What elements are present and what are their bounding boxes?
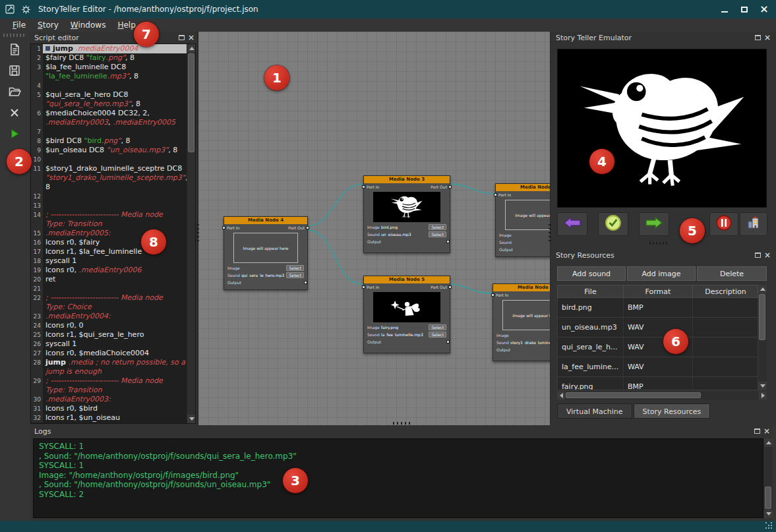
tab-virtual-machine[interactable]: Virtual Machine bbox=[557, 403, 632, 419]
line-number: 32 bbox=[31, 413, 43, 423]
arrow-left-icon bbox=[560, 393, 563, 398]
tab-story-resources[interactable]: Story Resources bbox=[634, 403, 711, 419]
scrollbar-thumb[interactable] bbox=[759, 294, 765, 340]
line-number: 9 bbox=[31, 146, 43, 155]
log-output[interactable]: SYSCALL: 1, Sound: "/home/anthony/ostpro… bbox=[33, 438, 763, 518]
line-number: 18 bbox=[31, 256, 43, 266]
table-row[interactable]: fairy.pngBMP bbox=[558, 377, 758, 390]
media-node[interactable]: Media Node 6Port InPort OutImage will ap… bbox=[492, 283, 551, 361]
resources-hscrollbar[interactable] bbox=[557, 392, 767, 399]
table-row[interactable]: un_oiseau.mp3WAV bbox=[558, 318, 758, 338]
run-story-button[interactable] bbox=[3, 125, 26, 145]
close-panel-icon[interactable]: × bbox=[763, 428, 770, 434]
scroll-down-button[interactable] bbox=[187, 415, 196, 423]
media-node[interactable]: Media Node 5Port InPort Out Imagefairy.p… bbox=[363, 276, 450, 353]
home-button[interactable] bbox=[740, 212, 767, 236]
select-image-button[interactable]: Select bbox=[286, 265, 304, 271]
column-description[interactable]: Description bbox=[693, 285, 759, 297]
output-pin[interactable] bbox=[446, 240, 450, 243]
node-canvas[interactable]: Media Node 4Port InPort OutImage will ap… bbox=[198, 32, 551, 425]
output-pin[interactable] bbox=[446, 340, 450, 343]
input-pin[interactable] bbox=[491, 293, 494, 297]
delete-button[interactable]: Delete bbox=[697, 266, 767, 281]
toolbar-drag-handle[interactable] bbox=[3, 34, 26, 37]
select-sound-button[interactable]: Select bbox=[429, 231, 446, 237]
resources-vscrollbar[interactable] bbox=[758, 285, 767, 390]
scroll-up-button[interactable] bbox=[187, 44, 196, 53]
table-row[interactable]: bird.pngBMP bbox=[558, 298, 758, 318]
maximize-button[interactable] bbox=[736, 3, 752, 16]
close-panel-icon[interactable]: × bbox=[764, 34, 771, 41]
splitter-handle[interactable] bbox=[393, 422, 413, 425]
output-pin[interactable] bbox=[448, 185, 452, 189]
pause-button[interactable] bbox=[709, 212, 738, 236]
code-editor[interactable]: 1jump .mediaEntry00042$fairy DC8 "fairy.… bbox=[30, 44, 196, 424]
close-project-button[interactable] bbox=[3, 104, 26, 124]
input-pin[interactable] bbox=[362, 285, 365, 289]
float-panel-icon[interactable] bbox=[755, 252, 761, 258]
splitter-handle[interactable] bbox=[649, 242, 669, 245]
table-row[interactable]: qui_sera_le_h...WAV bbox=[558, 338, 758, 357]
table-row[interactable]: la_fee_lumine...WAV bbox=[558, 357, 758, 377]
save-button[interactable] bbox=[3, 62, 26, 82]
splitter-handle[interactable] bbox=[196, 222, 199, 241]
add-sound-button[interactable]: Add sound bbox=[557, 266, 626, 281]
close-icon: × bbox=[760, 4, 768, 15]
scroll-down-button[interactable] bbox=[758, 382, 767, 390]
float-panel-icon[interactable] bbox=[755, 35, 761, 40]
sound-value: qui_sera_le_hero.mp3 bbox=[241, 273, 284, 278]
previous-button[interactable] bbox=[557, 212, 587, 236]
app-logo-icon bbox=[4, 3, 16, 15]
float-panel-icon[interactable] bbox=[754, 429, 760, 434]
table-cell: la_fee_lumine... bbox=[558, 357, 624, 376]
script-editor-panel: Script editor × 1jump .mediaEntry00042$f… bbox=[29, 32, 198, 425]
scroll-up-button[interactable] bbox=[758, 285, 767, 293]
media-node[interactable]: Media Node 4Port InPort OutImage will ap… bbox=[224, 216, 308, 290]
input-pin[interactable] bbox=[362, 185, 365, 189]
resize-grip[interactable] bbox=[765, 522, 773, 530]
media-node[interactable]: Media Node 3Port InPort Out Imagebird.pn… bbox=[363, 175, 450, 253]
close-panel-icon[interactable]: × bbox=[764, 252, 771, 258]
select-image-button[interactable]: Select bbox=[429, 224, 446, 230]
select-sound-button[interactable]: Select bbox=[286, 272, 304, 278]
input-pin[interactable] bbox=[494, 193, 497, 196]
ok-button[interactable] bbox=[598, 212, 628, 236]
script-editor-scrollbar[interactable] bbox=[187, 44, 195, 423]
new-script-button[interactable] bbox=[3, 41, 26, 61]
scrollbar-thumb[interactable] bbox=[765, 487, 771, 509]
scroll-down-button[interactable] bbox=[764, 510, 773, 518]
float-panel-icon[interactable] bbox=[179, 35, 185, 40]
close-button[interactable]: × bbox=[756, 3, 772, 16]
code-row: Type: Transition bbox=[31, 220, 187, 229]
menu-windows[interactable]: Windows bbox=[65, 19, 112, 31]
next-button[interactable] bbox=[639, 212, 669, 236]
code-row: 28jump .media ; no return possible, so a bbox=[31, 358, 187, 367]
code-row: 8$bird DC8 "bird.png", 8 bbox=[31, 136, 187, 146]
splitter-handle[interactable] bbox=[549, 222, 551, 241]
select-sound-button[interactable]: Select bbox=[429, 332, 446, 338]
output-pin[interactable] bbox=[448, 285, 452, 289]
add-image-button[interactable]: Add image bbox=[627, 266, 696, 281]
column-file[interactable]: File bbox=[558, 285, 624, 297]
minimize-button[interactable] bbox=[717, 3, 732, 16]
scroll-left-button[interactable] bbox=[557, 392, 565, 399]
scroll-up-button[interactable] bbox=[764, 438, 773, 447]
code-row: 12 bbox=[31, 192, 187, 201]
node-title: Media Node 6 bbox=[493, 284, 551, 291]
scrollbar-thumb[interactable] bbox=[188, 53, 194, 152]
select-image-button[interactable]: Select bbox=[429, 324, 446, 330]
output-pin[interactable] bbox=[306, 226, 309, 229]
scrollbar-thumb[interactable] bbox=[566, 392, 701, 398]
close-panel-icon[interactable]: × bbox=[188, 34, 194, 41]
menu-story[interactable]: Story bbox=[32, 19, 65, 31]
code-row: 23.mediaEntry0004: bbox=[31, 312, 187, 321]
open-project-button[interactable] bbox=[3, 83, 26, 103]
column-format[interactable]: Format bbox=[624, 285, 693, 297]
media-node[interactable]: Media Node 7Port InPort OutImage will ap… bbox=[495, 183, 551, 257]
logs-scrollbar[interactable] bbox=[764, 438, 773, 518]
menu-file[interactable]: File bbox=[7, 19, 32, 31]
output-pin[interactable] bbox=[304, 281, 307, 284]
scroll-right-button[interactable] bbox=[759, 392, 767, 399]
line-number bbox=[31, 100, 43, 109]
input-pin[interactable] bbox=[222, 226, 225, 229]
